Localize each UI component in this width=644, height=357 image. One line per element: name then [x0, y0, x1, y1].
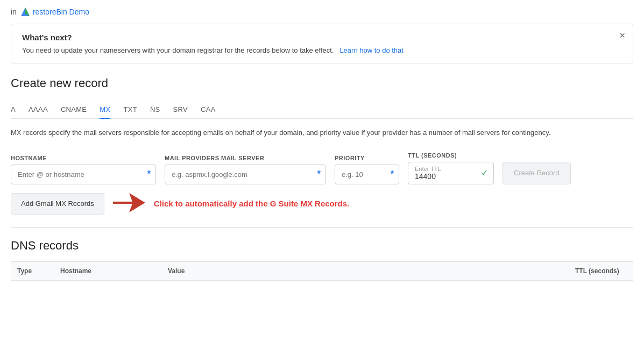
- svg-marker-2: [113, 193, 145, 212]
- dns-records-table: Type Hostname Value TTL (seconds): [11, 261, 633, 281]
- dns-records-title: DNS records: [11, 239, 633, 253]
- hostname-input-wrapper: *: [11, 165, 156, 184]
- ttl-input-wrapper[interactable]: Enter TTL 14400 ✓: [408, 162, 494, 184]
- gmail-hint-row: Add Gmail MX Records Click to automatica…: [11, 193, 633, 215]
- ttl-sublabel: Enter TTL: [415, 166, 441, 172]
- ttl-value: 14400: [415, 172, 472, 181]
- restorebin-logo-icon: [20, 6, 31, 17]
- form-row: HOSTNAME * MAIL PROVIDERS MAIL SERVER * …: [11, 149, 633, 184]
- ttl-group: TTL (SECONDS) Enter TTL 14400 ✓: [408, 152, 494, 184]
- record-type-tabs: A AAAA CNAME MX TXT NS SRV CAA: [11, 101, 633, 119]
- top-bar: in restoreBin Demo: [0, 0, 644, 24]
- mailserver-input-wrapper: *: [165, 165, 326, 184]
- dns-records-section: DNS records Type Hostname Value TTL (sec…: [11, 227, 633, 281]
- hostname-label: HOSTNAME: [11, 155, 156, 161]
- add-gmail-button[interactable]: Add Gmail MX Records: [11, 193, 104, 215]
- tab-aaaa[interactable]: AAAA: [29, 101, 48, 119]
- restorebin-link-text: restoreBin Demo: [33, 8, 89, 16]
- hostname-input[interactable]: [11, 165, 156, 184]
- tab-mx[interactable]: MX: [100, 101, 110, 119]
- tab-caa[interactable]: CAA: [201, 101, 216, 119]
- restorebin-link[interactable]: restoreBin Demo: [20, 6, 89, 17]
- banner-close-button[interactable]: ×: [619, 31, 625, 40]
- tab-a[interactable]: A: [11, 101, 16, 119]
- tab-txt[interactable]: TXT: [123, 101, 137, 119]
- mailserver-group: MAIL PROVIDERS MAIL SERVER *: [165, 155, 326, 184]
- mailserver-label: MAIL PROVIDERS MAIL SERVER: [165, 155, 326, 161]
- tab-srv[interactable]: SRV: [173, 101, 188, 119]
- banner-text: You need to update your nameservers with…: [22, 46, 622, 54]
- col-hostname: Hostname: [54, 261, 161, 280]
- priority-label: PRIORITY: [335, 155, 399, 161]
- priority-required-star: *: [391, 169, 394, 179]
- record-description: MX records specify the mail servers resp…: [11, 127, 633, 139]
- hostname-required-star: *: [147, 169, 151, 179]
- hostname-group: HOSTNAME *: [11, 155, 156, 184]
- dns-table-header: Type Hostname Value TTL (seconds): [11, 261, 633, 280]
- ttl-check-icon: ✓: [481, 168, 488, 178]
- banner-title: What's next?: [22, 33, 622, 42]
- priority-group: PRIORITY *: [335, 155, 399, 184]
- main-content: Create new record A AAAA CNAME MX TXT NS…: [0, 63, 644, 281]
- priority-input-wrapper: *: [335, 165, 399, 184]
- page-title: Create new record: [11, 76, 633, 90]
- banner-link[interactable]: Learn how to do that: [339, 46, 404, 54]
- mailserver-input[interactable]: [165, 165, 326, 184]
- col-ttl: TTL (seconds): [569, 261, 633, 280]
- hint-text: Click to automatically add the G Suite M…: [154, 199, 349, 208]
- priority-input[interactable]: [335, 165, 399, 184]
- info-banner: What's next? You need to update your nam…: [11, 24, 633, 63]
- col-type: Type: [11, 261, 54, 280]
- tab-cname[interactable]: CNAME: [61, 101, 87, 119]
- mailserver-required-star: *: [317, 169, 321, 179]
- ttl-label: TTL (SECONDS): [408, 152, 494, 159]
- tab-ns[interactable]: NS: [150, 101, 160, 119]
- col-value: Value: [161, 261, 569, 280]
- hint-arrow-icon: [113, 193, 145, 214]
- create-button-group: Create Record: [503, 149, 571, 184]
- create-record-button[interactable]: Create Record: [503, 162, 571, 184]
- in-label: in: [11, 8, 17, 16]
